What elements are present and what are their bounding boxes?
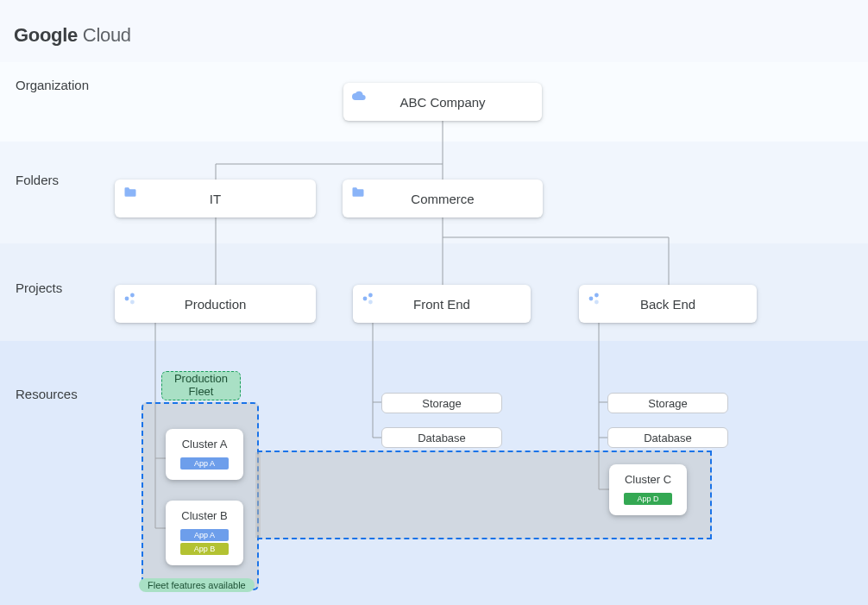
cluster-card-a: Cluster A App A	[166, 429, 243, 480]
svg-point-20	[130, 293, 135, 298]
svg-point-19	[125, 297, 129, 301]
fleet-footer-label: Fleet features available	[148, 580, 246, 590]
svg-point-25	[589, 297, 594, 301]
cluster-card-c: Cluster C App D	[609, 464, 687, 515]
project-node-frontend: Front End	[353, 285, 531, 323]
resource-backend-database: Database	[607, 427, 728, 448]
cluster-b-app-1: App B	[180, 543, 229, 555]
org-node: ABC Company	[343, 83, 542, 121]
cluster-c-app-0: App D	[624, 493, 672, 505]
google-cloud-logo: Google Cloud	[14, 24, 131, 47]
svg-point-26	[594, 293, 599, 298]
fleet-footer: Fleet features available	[139, 578, 255, 592]
svg-point-21	[130, 300, 135, 305]
cluster-card-b: Cluster B App A App B	[166, 501, 243, 565]
project-production-label: Production	[185, 297, 247, 312]
cluster-a-app-0: App A	[180, 457, 229, 470]
row-label-organization: Organization	[16, 78, 89, 92]
project-frontend-label: Front End	[413, 297, 470, 312]
row-label-folders: Folders	[16, 173, 59, 187]
project-icon	[123, 292, 137, 306]
row-label-projects: Projects	[16, 280, 62, 295]
resource-frontend-storage: Storage	[381, 393, 502, 413]
resource-backend-storage: Storage	[607, 393, 728, 413]
cluster-c-title: Cluster C	[625, 473, 671, 486]
folder-node-commerce: Commerce	[343, 180, 543, 217]
row-label-resources: Resources	[16, 387, 78, 401]
folder-icon	[351, 186, 365, 198]
fleet-badge-label: Production Fleet	[169, 373, 233, 399]
svg-point-23	[368, 293, 373, 298]
org-node-label: ABC Company	[399, 95, 485, 110]
resource-frontend-database: Database	[381, 427, 502, 448]
folder-node-it: IT	[115, 180, 316, 217]
svg-point-27	[594, 300, 599, 305]
project-node-backend: Back End	[579, 285, 757, 323]
cluster-b-app-0: App A	[180, 529, 229, 541]
logo-bold: Google	[14, 24, 78, 46]
project-backend-label: Back End	[640, 297, 695, 312]
svg-point-24	[368, 300, 373, 305]
cluster-a-title: Cluster A	[182, 438, 228, 451]
folder-commerce-label: Commerce	[411, 192, 474, 206]
cluster-b-title: Cluster B	[181, 509, 227, 522]
project-icon	[588, 292, 601, 306]
logo-thin: Cloud	[78, 24, 131, 46]
row-bg-resources	[0, 341, 868, 605]
folder-it-label: IT	[210, 192, 221, 206]
folder-icon	[123, 186, 137, 198]
project-node-production: Production	[115, 285, 316, 323]
project-icon	[362, 292, 375, 306]
svg-point-22	[363, 297, 368, 301]
cloud-icon	[352, 90, 366, 100]
fleet-badge: Production Fleet	[161, 371, 241, 400]
fleet-seam-cover	[255, 452, 261, 538]
